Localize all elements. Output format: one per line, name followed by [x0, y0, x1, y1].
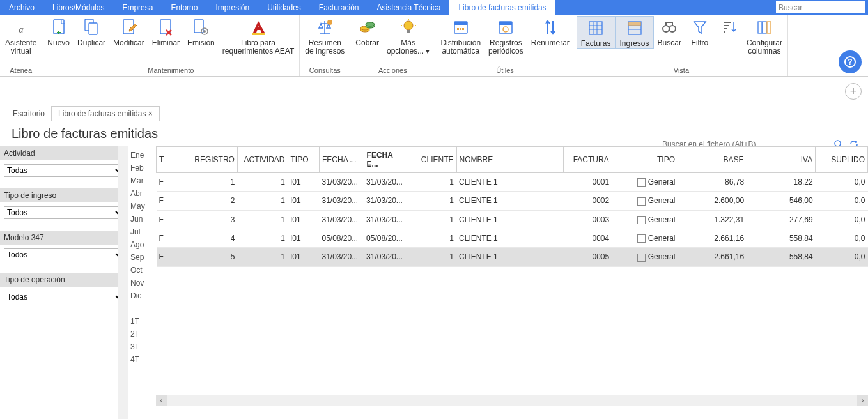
col-tipo[interactable]: TIPO [288, 147, 319, 173]
filter-tipodeingreso[interactable]: Todos [4, 206, 124, 219]
menu-utilidades[interactable]: Utilidades [258, 0, 310, 15]
month-Ago[interactable]: Ago [130, 238, 156, 251]
table-row[interactable]: F51I0131/03/20...31/03/20...1CLIENTE 100… [157, 248, 868, 266]
ribbon-columnas[interactable]: Configurarcolumnas [743, 16, 786, 56]
ribbon-label: Eliminar [152, 39, 180, 47]
month-1T[interactable]: 1T [130, 315, 156, 328]
ribbon-renumerar[interactable]: Renumerar [527, 16, 573, 47]
filter-panel: ActividadTodasTipo de ingresoTodosModelo… [0, 146, 128, 419]
col-tipo[interactable]: TIPO [612, 147, 678, 173]
month-Sep[interactable]: Sep [130, 251, 156, 264]
table-row[interactable]: F11I0131/03/20...31/03/20...1CLIENTE 100… [157, 173, 868, 192]
binoc-icon [659, 17, 679, 38]
table-row[interactable]: F31I0131/03/20...31/03/20...1CLIENTE 100… [157, 210, 868, 229]
month-Ene[interactable]: Ene [130, 149, 156, 162]
menubar: ArchivoLibros/MódulosEmpresaEntornoImpre… [0, 0, 868, 15]
ribbon-group-label: Útiles [437, 65, 573, 76]
menu-entorno[interactable]: Entorno [162, 0, 206, 15]
add-button[interactable]: + [845, 83, 862, 100]
svg-rect-16 [407, 30, 410, 33]
filter-modelo[interactable]: Todos [4, 248, 124, 261]
month-3T[interactable]: 3T [130, 340, 156, 353]
cell: CLIENTE 1 [456, 192, 564, 210]
month-Jun[interactable]: Jun [130, 213, 156, 225]
ribbon-facturas[interactable]: Facturas [577, 16, 616, 49]
ribbon-cobrar[interactable]: Cobrar [352, 16, 383, 47]
scroll-left-icon[interactable]: ‹ [156, 395, 167, 406]
col-actividad[interactable]: ACTIVIDAD [237, 147, 288, 173]
cell: 1 [237, 192, 288, 210]
ribbon-orden[interactable] [715, 16, 743, 39]
arrows-icon [540, 17, 561, 38]
grid-icon [585, 18, 606, 38]
svg-rect-18 [454, 22, 467, 25]
scroll-right-icon[interactable]: › [857, 395, 868, 406]
month-Feb[interactable]: Feb [130, 162, 156, 174]
month-4T[interactable]: 4T [130, 353, 156, 366]
menu-facturacin[interactable]: Facturación [310, 0, 368, 15]
col-base[interactable]: BASE [678, 147, 747, 173]
col-suplido[interactable]: SUPLIDO [816, 147, 868, 173]
ribbon-nuevo[interactable]: Nuevo [43, 16, 74, 47]
ribbon-modificar[interactable]: Modificar [109, 16, 148, 47]
filter-actividad[interactable]: Todas [4, 164, 124, 177]
col-registro[interactable]: REGISTRO [180, 147, 237, 173]
doc-tab-0[interactable]: Escritorio [6, 107, 51, 121]
col-fecha[interactable]: FECHA ... [319, 147, 364, 173]
col-cliente[interactable]: CLIENTE [408, 147, 456, 173]
checkbox-icon[interactable] [637, 234, 646, 243]
month-Mar[interactable]: Mar [130, 174, 156, 187]
menu-librosmdulos[interactable]: Libros/Módulos [43, 0, 113, 15]
ribbon-filtro[interactable]: Filtro [685, 16, 715, 47]
ribbon-eliminar[interactable]: Eliminar [148, 16, 183, 47]
ribbon-distribucion[interactable]: Distribuciónautomática [437, 16, 484, 56]
global-search[interactable]: Buscar [776, 1, 865, 13]
cols-icon [754, 17, 775, 38]
col-iva[interactable]: IVA [747, 147, 816, 173]
ribbon-asistente[interactable]: αAsistentevirtual [1, 16, 40, 56]
ribbon-emision[interactable]: Emisión [183, 16, 219, 47]
funnel-icon [690, 17, 710, 38]
svg-point-8 [203, 30, 206, 33]
ribbon-libro-aeat[interactable]: Libro pararequerimientos AEAT [219, 16, 298, 56]
month-May[interactable]: May [130, 200, 156, 213]
month-Dic[interactable]: Dic [130, 289, 156, 302]
checkbox-icon[interactable] [637, 254, 646, 262]
cell: F [157, 229, 180, 247]
checkbox-icon[interactable] [637, 216, 646, 224]
month-Jul[interactable]: Jul [130, 225, 156, 238]
menu-archivo[interactable]: Archivo [0, 0, 43, 15]
doc-edit-icon [118, 17, 139, 38]
menu-librodefacturasemitidas[interactable]: Libro de facturas emitidas [449, 0, 555, 15]
invoice-grid[interactable]: TREGISTROACTIVIDADTIPOFECHA ...FECHA E..… [156, 146, 868, 267]
col-t[interactable]: T [157, 147, 180, 173]
menu-asistenciatcnica[interactable]: Asistencia Técnica [368, 0, 450, 15]
menu-impresin[interactable]: Impresión [206, 0, 258, 15]
filter-tipodeoperacin[interactable]: Todas [4, 291, 124, 303]
cell: 0,0 [816, 248, 868, 266]
month-Abr[interactable]: Abr [130, 187, 156, 200]
ribbon-registros[interactable]: Registrosperiódicos [484, 16, 527, 56]
month-Oct[interactable]: Oct [130, 264, 156, 277]
horizontal-scrollbar[interactable]: ‹ › [156, 395, 868, 406]
checkbox-icon[interactable] [637, 197, 646, 206]
checkbox-icon[interactable] [637, 178, 646, 187]
col-factura[interactable]: FACTURA [564, 147, 612, 173]
ribbon-ingresos[interactable]: Ingresos [616, 16, 654, 49]
col-nombre[interactable]: NOMBRE [456, 147, 564, 173]
col-fechae[interactable]: FECHA E... [364, 147, 408, 173]
table-row[interactable]: F41I0105/08/20...05/08/20...1CLIENTE 100… [157, 229, 868, 247]
filter-scrollbar[interactable] [118, 146, 128, 419]
ribbon-duplicar[interactable]: Duplicar [74, 16, 109, 47]
month-Nov[interactable]: Nov [130, 277, 156, 289]
doc-tab-1[interactable]: Libro de facturas emitidas × [51, 106, 160, 121]
table-row[interactable]: F21I0131/03/20...31/03/20...1CLIENTE 100… [157, 192, 868, 210]
ribbon-mas-opciones[interactable]: Másopciones... ▾ [383, 16, 433, 56]
menu-empresa[interactable]: Empresa [113, 0, 162, 15]
month-2T[interactable]: 2T [130, 328, 156, 340]
svg-rect-29 [767, 22, 771, 33]
ribbon-resumen[interactable]: Resumende ingresos [301, 16, 348, 56]
cell: 1 [408, 210, 456, 229]
help-icon[interactable]: ? [839, 50, 862, 73]
ribbon-buscar[interactable]: Buscar [654, 16, 685, 47]
